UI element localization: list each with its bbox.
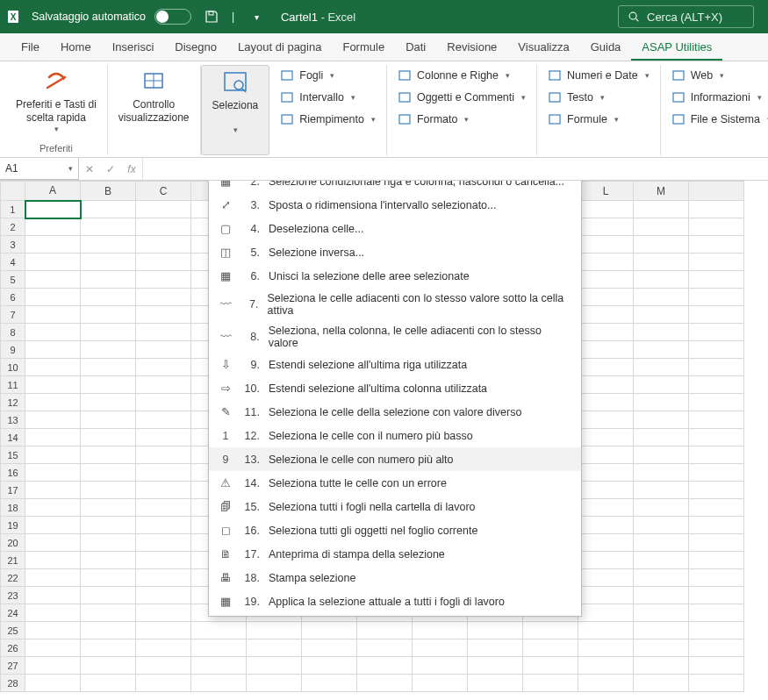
row-header[interactable]: 14 [1, 429, 25, 446]
cell[interactable] [634, 534, 689, 552]
cell[interactable] [523, 657, 578, 675]
row-header[interactable]: 18 [1, 499, 25, 517]
cell[interactable] [81, 271, 136, 289]
cell[interactable] [578, 201, 634, 218]
cell[interactable] [136, 657, 191, 675]
row-header[interactable]: 8 [1, 324, 25, 341]
tab-revisione[interactable]: Revisione [436, 34, 507, 61]
cell[interactable] [634, 254, 689, 271]
cell[interactable] [136, 359, 191, 376]
preferiti-button[interactable]: Preferiti e Tasti di scelta rapida▾ [11, 65, 102, 138]
customize-qat-button[interactable]: ▾ [246, 5, 269, 28]
row-header[interactable]: 2 [1, 218, 25, 236]
name-box[interactable]: A1▾ [0, 158, 79, 180]
cell[interactable] [634, 359, 689, 376]
menu-item-15[interactable]: 🗐15.Seleziona tutti i fogli nella cartel… [209, 495, 581, 518]
row-header[interactable]: 1 [1, 201, 25, 218]
cell[interactable] [357, 675, 413, 692]
row-header[interactable]: 16 [1, 464, 25, 482]
menu-item-3[interactable]: ⤢3.Sposta o ridimensiona l'intervallo se… [209, 193, 581, 217]
cell[interactable] [136, 236, 191, 254]
menu-item-10[interactable]: ⇨10.Estendi selezione all'ultima colonna… [209, 376, 581, 400]
cell[interactable] [634, 376, 689, 394]
cell[interactable] [634, 517, 689, 534]
tab-formule[interactable]: Formule [332, 34, 395, 61]
cell[interactable] [634, 675, 689, 692]
cell[interactable] [634, 587, 689, 604]
cell[interactable] [634, 218, 689, 236]
fx-button[interactable]: fx [121, 158, 142, 180]
ribbon-btn-fogli[interactable]: Fogli▾ [275, 65, 381, 86]
cell[interactable] [578, 376, 634, 394]
menu-item-2[interactable]: ▦2.Selezione condizionale riga e colonna… [209, 181, 581, 193]
cell[interactable] [136, 464, 191, 482]
cell[interactable] [136, 218, 191, 236]
row-header[interactable]: 28 [1, 675, 25, 692]
col-header[interactable]: C [136, 182, 191, 201]
cell[interactable] [25, 324, 81, 341]
cell[interactable] [81, 464, 136, 482]
cell[interactable] [81, 341, 136, 359]
cell[interactable] [689, 639, 744, 657]
ribbon-btn-numeri-e-date[interactable]: Numeri e Date▾ [542, 65, 655, 86]
cell[interactable] [689, 411, 744, 429]
cell[interactable] [25, 464, 81, 482]
cell[interactable] [689, 569, 744, 587]
cell[interactable] [136, 376, 191, 394]
cell[interactable] [25, 552, 81, 569]
cell[interactable] [634, 446, 689, 464]
cell[interactable] [81, 534, 136, 552]
cell[interactable] [25, 657, 81, 675]
cell[interactable] [302, 657, 357, 675]
cell[interactable] [25, 306, 81, 324]
cell[interactable] [25, 499, 81, 517]
cell[interactable] [302, 675, 357, 692]
cell[interactable] [136, 499, 191, 517]
cell[interactable] [81, 411, 136, 429]
cell[interactable] [689, 587, 744, 604]
cell[interactable] [25, 254, 81, 271]
cell[interactable] [689, 376, 744, 394]
row-header[interactable]: 4 [1, 254, 25, 271]
cell[interactable] [191, 657, 247, 675]
cell[interactable] [25, 359, 81, 376]
cell[interactable] [25, 517, 81, 534]
row-header[interactable]: 7 [1, 306, 25, 324]
cell[interactable] [578, 657, 634, 675]
cell[interactable] [25, 534, 81, 552]
cancel-formula-button[interactable]: ✕ [79, 158, 100, 180]
cell[interactable] [136, 517, 191, 534]
col-header[interactable] [689, 182, 744, 201]
cell[interactable] [81, 429, 136, 446]
cell[interactable] [689, 394, 744, 411]
cell[interactable] [81, 394, 136, 411]
cell[interactable] [634, 394, 689, 411]
row-header[interactable]: 13 [1, 411, 25, 429]
cell[interactable] [578, 464, 634, 482]
cell[interactable] [634, 429, 689, 446]
cell[interactable] [634, 306, 689, 324]
cell[interactable] [25, 218, 81, 236]
ribbon-btn-informazioni[interactable]: Informazioni▾ [666, 87, 768, 108]
cell[interactable] [578, 569, 634, 587]
cell[interactable] [81, 517, 136, 534]
cell[interactable] [689, 499, 744, 517]
cell[interactable] [81, 622, 136, 639]
col-header[interactable]: A [25, 182, 81, 201]
cell[interactable] [191, 675, 247, 692]
cell[interactable] [578, 517, 634, 534]
cell[interactable] [136, 429, 191, 446]
cell[interactable] [81, 446, 136, 464]
cell[interactable] [578, 324, 634, 341]
cell[interactable] [578, 482, 634, 499]
cell[interactable] [634, 657, 689, 675]
cell[interactable] [413, 622, 468, 639]
cell[interactable] [136, 201, 191, 218]
tab-asap-utilities[interactable]: ASAP Utilities [631, 34, 722, 61]
cell[interactable] [25, 289, 81, 306]
tab-guida[interactable]: Guida [580, 34, 632, 61]
menu-item-5[interactable]: ◫5.Selezione inversa... [209, 240, 581, 264]
col-header[interactable]: L [578, 182, 634, 201]
row-header[interactable]: 19 [1, 517, 25, 534]
cell[interactable] [136, 675, 191, 692]
